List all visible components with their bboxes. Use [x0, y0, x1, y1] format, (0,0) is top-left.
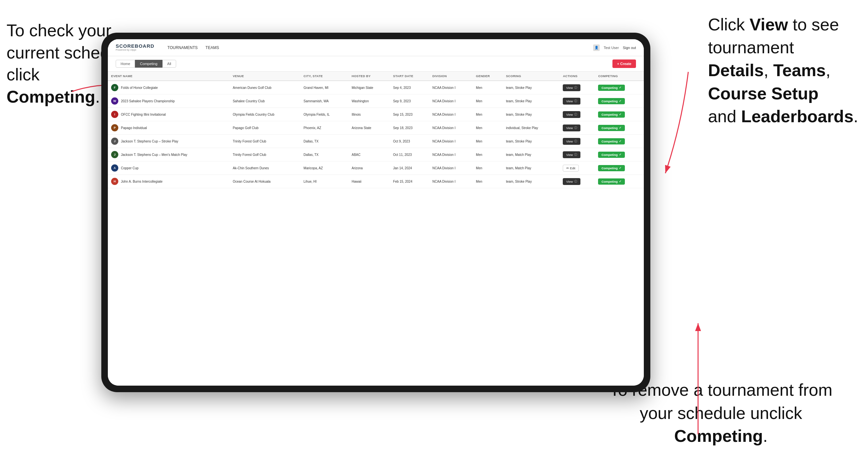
start-date-cell: Oct 9, 2023	[390, 135, 429, 148]
competing-button[interactable]: Competing ✓	[598, 85, 625, 91]
col-competing: COMPETING	[595, 71, 644, 81]
scoring-cell: team, Stroke Play	[503, 81, 559, 94]
action-cell: View ⓘ	[559, 108, 595, 121]
city-state-cell: Grand Haven, MI	[300, 81, 348, 94]
sign-out-link[interactable]: Sign out	[623, 46, 636, 50]
table-row: W 2023 Sahalee Players Championship Saha…	[108, 94, 644, 108]
city-state-cell: Sammamish, WA	[300, 94, 348, 108]
competing-button[interactable]: Competing ✓	[598, 179, 625, 185]
venue-cell: American Dunes Golf Club	[229, 81, 300, 94]
team-logo: A	[111, 164, 118, 172]
tournaments-table: EVENT NAME VENUE CITY, STATE HOSTED BY S…	[108, 71, 644, 188]
venue-cell: Trinity Forest Golf Club	[229, 148, 300, 161]
venue-cell: Trinity Forest Golf Club	[229, 135, 300, 148]
start-date-cell: Oct 11, 2023	[390, 148, 429, 161]
team-logo: J	[111, 137, 118, 145]
division-cell: NCAA Division I	[429, 148, 472, 161]
nav-teams[interactable]: TEAMS	[206, 44, 219, 51]
scoring-cell: team, Stroke Play	[503, 135, 559, 148]
competing-cell: Competing ✓	[595, 175, 644, 188]
event-name: 2023 Sahalee Players Championship	[121, 99, 175, 103]
nav-right: 👤 Test User Sign out	[593, 44, 636, 51]
action-cell: View ⓘ	[559, 148, 595, 161]
hosted-by-cell: Arizona State	[348, 121, 390, 135]
team-logo: F	[111, 84, 118, 91]
table-row: F Folds of Honor Collegiate American Dun…	[108, 81, 644, 94]
scoring-cell: team, Match Play	[503, 148, 559, 161]
event-name-cell: J Jackson T. Stephens Cup – Men's Match …	[108, 148, 229, 161]
col-actions: ACTIONS	[559, 71, 595, 81]
tab-all[interactable]: All	[162, 60, 176, 68]
col-start-date: START DATE	[390, 71, 429, 81]
user-icon: 👤	[593, 44, 600, 51]
event-name-cell: P Papago Individual	[108, 121, 229, 135]
scoring-cell: team, Stroke Play	[503, 175, 559, 188]
tab-home[interactable]: Home	[116, 60, 135, 68]
start-date-cell: Sep 9, 2023	[390, 94, 429, 108]
start-date-cell: Jan 14, 2024	[390, 161, 429, 175]
city-state-cell: Phoenix, AZ	[300, 121, 348, 135]
competing-button[interactable]: Competing ✓	[598, 112, 625, 118]
division-cell: NCAA Division I	[429, 135, 472, 148]
view-button[interactable]: View ⓘ	[563, 84, 580, 91]
table-body: F Folds of Honor Collegiate American Dun…	[108, 81, 644, 188]
competing-button[interactable]: Competing ✓	[598, 152, 625, 158]
competing-cell: Competing ✓	[595, 161, 644, 175]
competing-button[interactable]: Competing ✓	[598, 138, 625, 145]
venue-cell: Papago Golf Club	[229, 121, 300, 135]
gender-cell: Men	[472, 108, 503, 121]
action-cell: View ⓘ	[559, 121, 595, 135]
view-button[interactable]: View ⓘ	[563, 138, 580, 145]
start-date-cell: Sep 18, 2023	[390, 121, 429, 135]
event-name: Jackson T. Stephens Cup – Stroke Play	[121, 139, 178, 143]
gender-cell: Men	[472, 161, 503, 175]
view-button[interactable]: View ⓘ	[563, 125, 580, 131]
gender-cell: Men	[472, 148, 503, 161]
event-name-cell: W 2023 Sahalee Players Championship	[108, 94, 229, 108]
action-cell: View ⓘ	[559, 81, 595, 94]
event-name: OFCC Fighting Illini Invitational	[121, 113, 166, 116]
hosted-by-cell: Illinois	[348, 108, 390, 121]
division-cell: NCAA Division I	[429, 81, 472, 94]
venue-cell: Ocean Course At Hokuala	[229, 175, 300, 188]
competing-cell: Competing ✓	[595, 108, 644, 121]
logo-title: SCOREBOARD	[116, 43, 154, 49]
city-state-cell: Dallas, TX	[300, 135, 348, 148]
view-button[interactable]: View ⓘ	[563, 151, 580, 158]
hosted-by-cell	[348, 135, 390, 148]
nav-tournaments[interactable]: TOURNAMENTS	[167, 44, 197, 51]
competing-cell: Competing ✓	[595, 135, 644, 148]
team-logo: W	[111, 97, 118, 104]
hosted-by-cell: Hawaii	[348, 175, 390, 188]
table-row: J Jackson T. Stephens Cup – Men's Match …	[108, 148, 644, 161]
logo-sub: Powered by clippi	[116, 49, 154, 52]
col-venue: VENUE	[229, 71, 300, 81]
table-row: I OFCC Fighting Illini Invitational Olym…	[108, 108, 644, 121]
competing-button[interactable]: Competing ✓	[598, 125, 625, 131]
table-row: J Jackson T. Stephens Cup – Stroke Play …	[108, 135, 644, 148]
event-name: John A. Burns Intercollegiate	[121, 180, 162, 183]
competing-button[interactable]: Competing ✓	[598, 98, 625, 104]
city-state-cell: Maricopa, AZ	[300, 161, 348, 175]
hosted-by-cell: Michigan State	[348, 81, 390, 94]
toolbar: Home Competing All + Create	[108, 56, 644, 71]
view-button[interactable]: View ⓘ	[563, 98, 580, 104]
view-button[interactable]: View ⓘ	[563, 111, 580, 118]
gender-cell: Men	[472, 81, 503, 94]
event-name: Copper Cup	[121, 166, 138, 170]
action-cell: View ⓘ	[559, 94, 595, 108]
col-division: DIVISION	[429, 71, 472, 81]
navbar: SCOREBOARD Powered by clippi TOURNAMENTS…	[108, 39, 644, 56]
tab-competing[interactable]: Competing	[135, 60, 162, 68]
hosted-by-cell: ABAC	[348, 148, 390, 161]
col-hosted-by: HOSTED BY	[348, 71, 390, 81]
edit-button[interactable]: ✏ Edit	[563, 165, 579, 172]
city-state-cell: Lihue, HI	[300, 175, 348, 188]
create-button[interactable]: + Create	[613, 60, 636, 68]
table-row: P Papago Individual Papago Golf ClubPhoe…	[108, 121, 644, 135]
competing-cell: Competing ✓	[595, 121, 644, 135]
competing-cell: Competing ✓	[595, 81, 644, 94]
venue-cell: Ak-Chin Southern Dunes	[229, 161, 300, 175]
competing-button[interactable]: Competing ✓	[598, 165, 625, 171]
view-button[interactable]: View ⓘ	[563, 178, 580, 185]
